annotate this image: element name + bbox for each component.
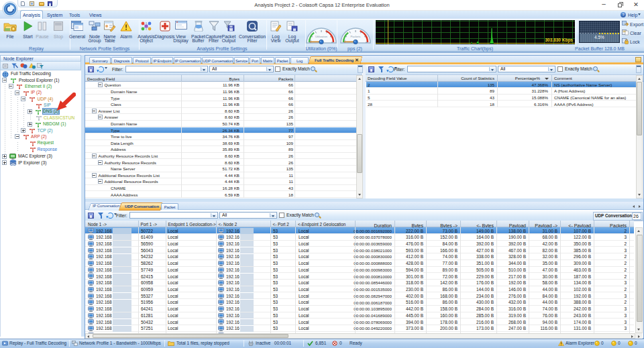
svg-text:Packets: Packets	[351, 35, 361, 38]
svg-text:Utilization: Utilization	[315, 35, 328, 38]
